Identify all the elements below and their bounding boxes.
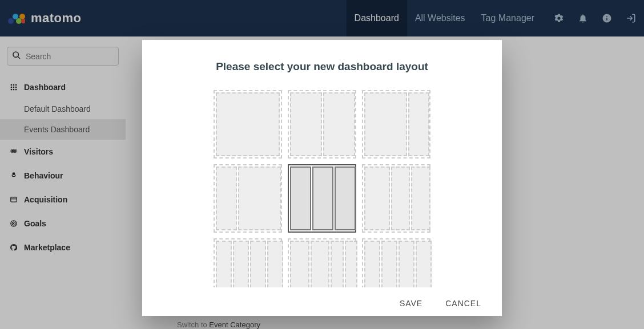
save-button[interactable]: SAVE xyxy=(400,299,422,308)
layout-option-7[interactable] xyxy=(288,238,356,287)
modal-title: Please select your new dashboard layout xyxy=(142,60,502,73)
layout-column xyxy=(381,241,397,287)
layout-column xyxy=(391,166,410,230)
layout-column xyxy=(216,241,232,287)
layout-column xyxy=(364,166,390,230)
layout-column xyxy=(216,92,280,156)
layout-column xyxy=(290,92,322,156)
layout-option-3[interactable] xyxy=(214,164,282,233)
layout-column xyxy=(323,92,355,156)
layout-option-5[interactable] xyxy=(362,164,430,233)
layout-column xyxy=(233,241,249,287)
layout-option-6[interactable] xyxy=(214,238,282,287)
layout-option-2[interactable] xyxy=(362,90,430,159)
layout-column xyxy=(408,92,429,156)
layout-modal: Please select your new dashboard layout … xyxy=(142,40,502,316)
layout-options-grid xyxy=(142,90,502,287)
layout-column xyxy=(290,166,311,230)
modal-overlay[interactable]: Please select your new dashboard layout … xyxy=(0,0,644,329)
layout-column xyxy=(290,241,309,287)
layout-column xyxy=(411,166,430,230)
layout-column xyxy=(312,166,333,230)
layout-column xyxy=(364,241,380,287)
modal-footer: SAVE CANCEL xyxy=(142,289,502,316)
layout-column xyxy=(331,241,343,287)
layout-column xyxy=(250,241,266,287)
layout-option-4[interactable] xyxy=(288,164,356,233)
layout-column xyxy=(416,241,432,287)
layout-option-1[interactable] xyxy=(288,90,356,159)
layout-column xyxy=(345,241,357,287)
layout-column xyxy=(364,92,407,156)
layout-column xyxy=(216,166,237,230)
layout-option-8[interactable] xyxy=(362,238,430,287)
layout-option-0[interactable] xyxy=(214,90,282,159)
layout-column xyxy=(267,241,283,287)
layout-column xyxy=(399,241,414,287)
layout-column xyxy=(311,241,330,287)
layout-column xyxy=(238,166,281,230)
layout-column xyxy=(335,166,356,230)
cancel-button[interactable]: CANCEL xyxy=(445,299,481,308)
